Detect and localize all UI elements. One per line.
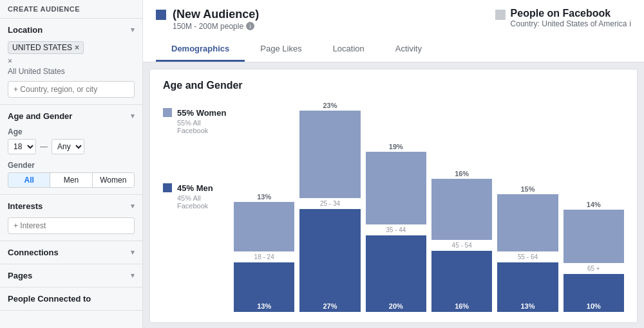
age-from-select[interactable]: 18	[8, 139, 36, 154]
women-bar	[431, 179, 492, 240]
bar-group: 16%45 - 5416%	[431, 170, 492, 312]
tab-demographics[interactable]: Demographics	[156, 37, 245, 62]
pages-section-header[interactable]: Pages ▾	[0, 264, 142, 287]
age-gender-section: Age and Gender ▾ Age 18 — Any Gender All…	[0, 105, 142, 195]
chart-wrapper: 55% Women 55% All Facebook 45% Men 45% A…	[163, 102, 624, 312]
sidebar-header: CREATE AUDIENCE	[0, 0, 142, 19]
men-bar: 13%	[497, 262, 558, 312]
facebook-color-box	[495, 10, 506, 20]
location-section: Location ▾ UNITED STATES × × All United …	[0, 19, 142, 105]
audience-top: (New Audience) 150M - 200M people i Peop…	[156, 8, 631, 31]
age-label: Age	[8, 127, 135, 136]
audience-info: (New Audience) 150M - 200M people i	[173, 8, 259, 31]
men-pct-label: 20%	[389, 302, 403, 310]
people-connected-header[interactable]: People Connected to	[0, 287, 142, 310]
interests-section: Interests ▾	[0, 195, 142, 241]
connections-section-header[interactable]: Connections ▾	[0, 241, 142, 264]
audience-count: 150M - 200M people i	[173, 22, 259, 31]
age-gender-label: Age and Gender	[8, 111, 72, 121]
bar-group: 14%65 +10%	[564, 201, 624, 312]
age-group-label: 65 +	[587, 265, 600, 272]
chart-area: Age and Gender 55% Women 55% All Faceboo…	[143, 62, 644, 328]
women-pct-label: 14%	[587, 201, 601, 208]
people-connected-label: People Connected to	[8, 294, 91, 304]
men-color-box	[163, 183, 172, 192]
location-section-header[interactable]: Location ▾	[0, 19, 142, 41]
age-gender-chart-title: Age and Gender	[163, 80, 624, 91]
location-tag: UNITED STATES ×	[8, 41, 84, 54]
location-input[interactable]	[8, 81, 135, 98]
women-legend-sub: 55% All Facebook	[177, 119, 234, 134]
tab-activity[interactable]: Activity	[380, 37, 437, 62]
facebook-indicator: People on Facebook Country: United State…	[495, 8, 631, 28]
gender-buttons: All Men Women	[8, 172, 135, 188]
audience-info-icon[interactable]: i	[246, 22, 254, 30]
tab-page-likes[interactable]: Page Likes	[245, 37, 317, 62]
age-to-select[interactable]: Any	[52, 139, 84, 154]
connections-chevron-icon: ▾	[131, 248, 135, 257]
interest-input[interactable]	[8, 217, 135, 234]
women-bar	[497, 194, 558, 251]
audience-count-text: 150M - 200M people	[173, 22, 243, 31]
men-pct-label: 16%	[455, 302, 469, 310]
interests-content	[0, 217, 142, 241]
bars-row: 13%18 - 2413%23%25 - 3427%19%35 - 4420%1…	[234, 102, 624, 312]
age-group-label: 45 - 54	[452, 242, 472, 249]
interests-label: Interests	[8, 201, 43, 211]
men-legend-sub: 45% All Facebook	[177, 194, 234, 210]
age-gender-content: Age 18 — Any Gender All Men Women	[0, 127, 142, 194]
pages-chevron-icon: ▾	[131, 271, 135, 280]
gender-men-button[interactable]: Men	[50, 173, 92, 187]
remove-country-icon[interactable]: ×	[75, 43, 79, 52]
women-bar	[234, 202, 294, 251]
men-pct-label: 13%	[520, 302, 535, 310]
men-pct-label: 10%	[587, 302, 601, 310]
location-chevron-icon: ▾	[131, 26, 135, 34]
age-group-label: 25 - 34	[320, 200, 340, 207]
interests-chevron-icon: ▾	[131, 202, 135, 210]
men-bar: 16%	[431, 251, 492, 312]
bar-group: 15%55 - 6413%	[497, 185, 558, 312]
audience-header: (New Audience) 150M - 200M people i Peop…	[143, 0, 644, 62]
facebook-info-icon[interactable]: i	[629, 19, 631, 28]
age-gender-section-header[interactable]: Age and Gender ▾	[0, 105, 142, 127]
men-bar: 13%	[234, 262, 294, 312]
age-group-label: 18 - 24	[254, 253, 274, 260]
audience-name: (New Audience)	[173, 8, 259, 22]
audience-right: People on Facebook Country: United State…	[495, 8, 631, 28]
men-bar: 27%	[299, 209, 360, 312]
gender-all-button[interactable]: All	[8, 173, 50, 187]
women-pct-label: 19%	[389, 143, 403, 150]
men-bar: 20%	[366, 235, 426, 312]
women-pct-label: 15%	[520, 185, 535, 193]
age-group-label: 35 - 44	[386, 226, 406, 233]
bar-group: 19%35 - 4420%	[366, 143, 426, 312]
sidebar: CREATE AUDIENCE Location ▾ UNITED STATES…	[0, 0, 143, 328]
audience-left: (New Audience) 150M - 200M people i	[156, 8, 259, 31]
pages-label: Pages	[8, 271, 32, 280]
main-content: (New Audience) 150M - 200M people i Peop…	[143, 0, 644, 328]
tab-location[interactable]: Location	[317, 37, 380, 62]
age-group-label: 55 - 64	[518, 253, 538, 260]
men-bar: 10%	[564, 274, 624, 312]
facebook-country-text: Country: United States of America	[511, 19, 627, 28]
bar-group: 23%25 - 3427%	[299, 102, 360, 312]
men-pct-label: 27%	[323, 302, 337, 310]
women-pct-label: 16%	[455, 170, 469, 178]
location-clear-icon[interactable]: ×	[8, 57, 135, 66]
location-section-content: UNITED STATES × × All United States	[0, 41, 142, 104]
interests-section-header[interactable]: Interests ▾	[0, 195, 142, 217]
women-legend-label: 55% Women	[177, 108, 226, 118]
facebook-title: People on Facebook	[511, 8, 631, 19]
women-color-box	[163, 108, 172, 117]
side-legends: 55% Women 55% All Facebook 45% Men 45% A…	[163, 102, 234, 214]
gender-women-button[interactable]: Women	[93, 173, 134, 187]
age-gender-chart-section: Age and Gender 55% Women 55% All Faceboo…	[149, 69, 638, 323]
age-dash: —	[40, 142, 48, 151]
facebook-subtitle: Country: United States of America i	[511, 19, 631, 28]
men-legend-label: 45% Men	[177, 183, 213, 193]
tabs: Demographics Page Likes Location Activit…	[156, 37, 631, 62]
gender-label: Gender	[8, 161, 135, 170]
women-bar	[299, 111, 360, 198]
age-gender-chevron-icon: ▾	[131, 112, 135, 120]
